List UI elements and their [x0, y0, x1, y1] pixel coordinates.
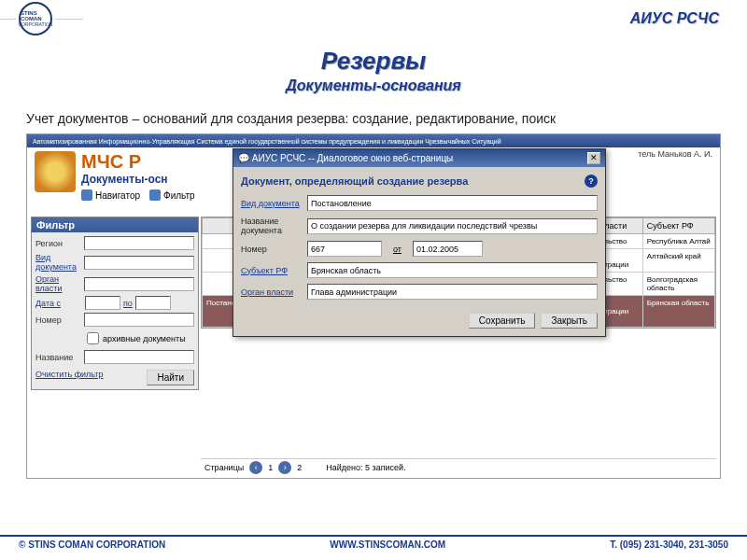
- dialog-authority-label[interactable]: Орган власти: [241, 287, 302, 297]
- filter-archive-label: архивные документы: [103, 334, 186, 343]
- dialog-titlebar-text: 💬 АИУС РСЧС -- Диалоговое окно веб-стран…: [238, 153, 453, 163]
- save-button[interactable]: Сохранить: [469, 313, 536, 329]
- pager-prev-button[interactable]: ‹: [249, 461, 262, 474]
- filter-panel-title: Фильтр: [32, 217, 198, 232]
- table-col-subject[interactable]: Субъект РФ: [642, 218, 714, 234]
- footer-url: WWW.STINSCOMAN.COM: [330, 539, 445, 550]
- footer-copyright: © STINS COMAN CORPORATION: [19, 539, 165, 550]
- dialog-ot-label: от: [393, 245, 402, 254]
- dialog-doctype-input[interactable]: [307, 195, 598, 211]
- pager-page-2[interactable]: 2: [297, 463, 302, 472]
- footer: © STINS COMAN CORPORATION WWW.STINSCOMAN…: [0, 535, 747, 553]
- funnel-icon: [149, 189, 161, 201]
- page-subtitle: Документы-основания: [0, 77, 747, 94]
- filter-authority-input[interactable]: [84, 277, 194, 291]
- clear-filter-link[interactable]: Очистить фильтр: [35, 370, 103, 385]
- mchs-emblem-icon: [35, 151, 76, 192]
- filter-name-label: Название: [35, 353, 81, 362]
- filter-number-input[interactable]: [84, 313, 194, 327]
- filter-datefrom-label[interactable]: Дата с: [35, 299, 82, 308]
- embedded-app-header: Автоматизированная Информационно-Управля…: [27, 134, 720, 147]
- user-label: тель Маньков А. И.: [638, 149, 712, 159]
- footer-phone: Т. (095) 231-3040, 231-3050: [610, 539, 728, 550]
- help-icon[interactable]: ?: [585, 175, 598, 188]
- filter-doctype-input[interactable]: [84, 256, 194, 270]
- document-dialog: 💬 АИУС РСЧС -- Диалоговое окно веб-стран…: [233, 148, 606, 337]
- filter-doctype-label[interactable]: Вид документа: [35, 253, 81, 272]
- compass-icon: [81, 189, 92, 201]
- filter-authority-label[interactable]: Орган власти: [35, 274, 81, 293]
- dialog-date-input[interactable]: [413, 241, 483, 257]
- dialog-number-input[interactable]: [307, 241, 382, 257]
- filter-dateto-input[interactable]: [135, 296, 171, 310]
- pager-next-button[interactable]: ›: [278, 461, 291, 474]
- filter-dateto-label[interactable]: по: [123, 299, 133, 308]
- dialog-name-label: Название документа: [241, 217, 302, 235]
- dialog-subject-label[interactable]: Субъект РФ: [241, 266, 302, 275]
- filter-name-input[interactable]: [84, 350, 194, 364]
- pager-page-1[interactable]: 1: [268, 463, 273, 472]
- filter-region-label: Регион: [35, 239, 81, 248]
- dialog-authority-input[interactable]: [307, 284, 598, 300]
- pager-label: Страницы: [204, 463, 244, 472]
- dialog-name-input[interactable]: [307, 218, 598, 234]
- filter-datefrom-input[interactable]: [85, 296, 120, 310]
- filter-region-input[interactable]: [84, 236, 194, 250]
- brand-logo: STINS COMAN CORPORATION: [19, 2, 52, 35]
- filter-panel: Фильтр Регион Вид документа Орган власти…: [31, 217, 199, 390]
- filter-number-label: Номер: [35, 315, 81, 325]
- embedded-app-frame: Автоматизированная Информационно-Управля…: [26, 133, 721, 479]
- pager-found-label: Найдено: 5 записей.: [326, 463, 405, 472]
- filter-archive-checkbox[interactable]: [87, 332, 99, 344]
- dialog-doctype-label[interactable]: Вид документа: [241, 199, 302, 208]
- page-description: Учет документов – оснований для создания…: [26, 111, 747, 126]
- pager: Страницы ‹ 1 › 2 Найдено: 5 записей.: [201, 458, 716, 476]
- filter-button[interactable]: Фильтр: [149, 189, 195, 201]
- dialog-close-button[interactable]: ✕: [587, 152, 600, 164]
- dialog-heading: Документ, определяющий создание резерва: [241, 175, 468, 187]
- app-brand-title: АИУС РСЧС: [630, 10, 719, 27]
- dialog-subject-input[interactable]: [307, 262, 598, 278]
- navigator-button[interactable]: Навигатор: [81, 189, 140, 201]
- find-button[interactable]: Найти: [147, 370, 194, 385]
- dialog-number-label: Номер: [241, 245, 302, 254]
- close-button[interactable]: Закрыть: [541, 313, 598, 329]
- page-title: Резервы: [0, 47, 747, 76]
